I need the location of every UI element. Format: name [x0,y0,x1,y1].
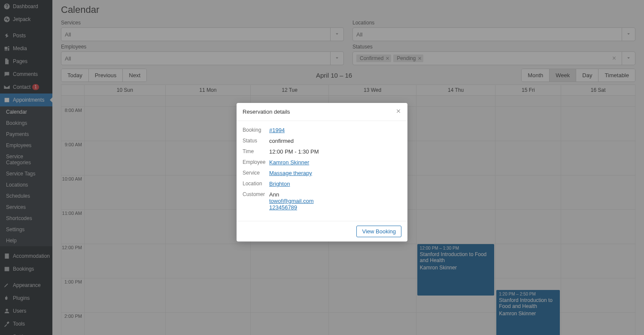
location-link[interactable]: Brighton [269,181,290,187]
booking-link[interactable]: #1994 [269,127,285,133]
close-icon[interactable] [395,108,401,115]
modal-title: Reservation details [243,109,290,115]
employee-link[interactable]: Kamron Skinner [269,159,309,166]
customer-name: Ann [269,191,279,198]
customer-email-link[interactable]: towof@gmail.com [269,198,314,204]
customer-phone-link[interactable]: 123456789 [269,204,297,211]
service-link[interactable]: Massage therapy [269,170,312,176]
view-booking-button[interactable]: View Booking [356,226,401,237]
status-value: confirmed [269,138,401,144]
modal-overlay[interactable]: Reservation details Booking#1994 Statusc… [0,0,644,335]
time-value: 12:00 PM - 1:30 PM [269,148,401,155]
reservation-details-modal: Reservation details Booking#1994 Statusc… [237,103,407,241]
